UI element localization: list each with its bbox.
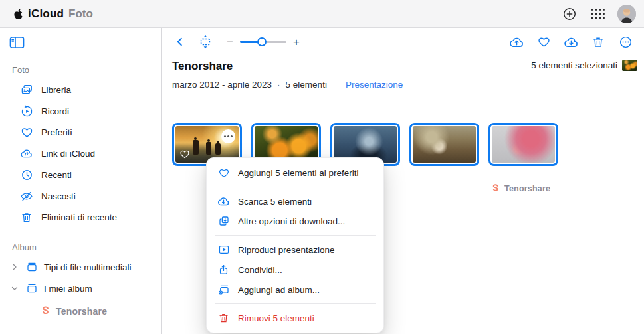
cloud-download-icon xyxy=(564,35,579,49)
download-box-icon xyxy=(217,215,230,228)
menu-item-label: Scarica 5 elementi xyxy=(238,197,312,207)
menu-item-label: Condividi... xyxy=(238,265,282,275)
menu-item-download[interactable]: Scarica 5 elementi xyxy=(207,191,383,211)
cloud-download-icon xyxy=(217,195,230,208)
selection-status: 5 elementi selezionati xyxy=(531,60,637,71)
sidebar-item-label: I miei album xyxy=(44,284,92,293)
chevron-right-icon[interactable] xyxy=(9,262,20,272)
tenorshare-logo-icon xyxy=(40,305,51,317)
upload-button[interactable] xyxy=(508,34,524,50)
menu-item-label: Rimuovi 5 elementi xyxy=(238,313,314,323)
resize-thumbnails-button[interactable] xyxy=(197,34,213,50)
menu-separator xyxy=(215,187,376,187)
menu-item-play-slideshow[interactable]: Riproduci presentazione xyxy=(207,240,383,260)
album-add-icon xyxy=(217,284,230,296)
menu-item-share[interactable]: Condividi... xyxy=(207,260,383,280)
trash-icon xyxy=(20,210,33,224)
main-content: − + xyxy=(163,28,644,334)
sidebar-toggle-button[interactable] xyxy=(9,35,27,50)
heart-overlay-icon[interactable] xyxy=(179,149,190,159)
apple-logo-icon xyxy=(13,8,23,20)
photo-detail xyxy=(193,140,199,155)
sidebar-item-label: Recenti xyxy=(41,170,72,180)
eye-slash-icon xyxy=(20,189,33,203)
brand-title: iCloud xyxy=(28,7,64,21)
top-header: iCloud Foto xyxy=(0,0,644,28)
zoom-in-button[interactable]: + xyxy=(293,37,300,48)
heart-icon xyxy=(537,35,551,48)
favorite-button[interactable] xyxy=(536,34,552,50)
menu-item-label: Aggiungi 5 elementi ai preferiti xyxy=(238,168,359,178)
header-actions xyxy=(562,5,636,23)
icloud-photos-app: iCloud Foto xyxy=(0,0,644,334)
sidebar-item-memories[interactable]: Ricordi xyxy=(8,100,161,122)
menu-item-download-options[interactable]: Altre opzioni di download... xyxy=(207,211,383,231)
content-watermark: Tenorshare xyxy=(490,183,550,193)
album-icon xyxy=(25,282,39,295)
slideshow-link[interactable]: Presentazione xyxy=(346,80,403,90)
toolbar-right xyxy=(508,34,635,50)
sidebar-item-label: Ricordi xyxy=(41,106,69,116)
app-launcher-button[interactable] xyxy=(590,6,605,22)
zoom-control: − + xyxy=(227,37,300,48)
sidebar-item-icloud-links[interactable]: Link di iCloud xyxy=(8,143,161,164)
sidebar-item-recently-deleted[interactable]: Eliminati di recente xyxy=(8,207,161,228)
selection-label: 5 elementi selezionati xyxy=(531,60,617,70)
sidebar-item-recents[interactable]: Recenti xyxy=(8,164,161,185)
watermark-label: Tenorshare xyxy=(504,184,550,193)
sidebar-item-label: Nascosti xyxy=(41,191,76,201)
heart-icon xyxy=(217,167,230,179)
plus-circle-icon xyxy=(562,7,577,21)
sidebar-item-media-types[interactable]: Tipi di file multimediali xyxy=(8,256,161,278)
selection-thumbnail xyxy=(622,60,637,71)
album-date-range: marzo 2012 - aprile 2023 xyxy=(172,80,272,90)
sidebar-item-my-albums[interactable]: I miei album xyxy=(8,278,161,299)
sidebar-item-favorites[interactable]: Preferiti xyxy=(8,122,161,143)
toolbar-left: − + xyxy=(172,34,300,50)
sidebar-section-photos: Foto xyxy=(12,65,161,75)
menu-item-remove[interactable]: Rimuovi 5 elementi xyxy=(207,308,383,328)
photo-thumbnail-4[interactable] xyxy=(409,123,479,166)
trash-icon xyxy=(591,35,605,49)
sidebar-item-hidden[interactable]: Nascosti xyxy=(8,185,161,207)
sidebar-item-library[interactable]: Libreria xyxy=(8,79,161,100)
trash-icon xyxy=(217,312,230,325)
menu-item-add-to-favorites[interactable]: Aggiungi 5 elementi ai preferiti xyxy=(207,163,383,183)
cloud-link-icon xyxy=(20,147,33,160)
app-grid-icon xyxy=(591,8,605,20)
album-subheader: marzo 2012 - aprile 2023 · 5 elementi Pr… xyxy=(172,80,403,90)
menu-item-label: Aggiungi ad album... xyxy=(238,285,320,295)
slider-thumb[interactable] xyxy=(257,37,267,46)
zoom-slider[interactable] xyxy=(240,37,286,46)
chevron-down-icon[interactable] xyxy=(9,283,20,293)
zoom-out-button[interactable]: − xyxy=(227,37,233,48)
photo-thumbnail-5[interactable] xyxy=(488,123,558,166)
sidebar-album-tenorshare[interactable]: Tenorshare xyxy=(40,305,161,317)
brand: iCloud Foto xyxy=(13,7,93,21)
sidebar-toggle-icon xyxy=(9,36,25,49)
play-slideshow-icon xyxy=(217,244,230,256)
heart-icon xyxy=(20,125,33,139)
menu-item-add-to-album[interactable]: Aggiungi ad album... xyxy=(207,280,383,299)
ellipsis-circle-icon xyxy=(619,35,633,49)
sidebar: Foto Libreria Ricordi Preferiti Link di … xyxy=(0,28,162,334)
photo-more-button[interactable] xyxy=(221,129,235,143)
back-button[interactable] xyxy=(172,34,188,50)
sidebar-item-label: Link di iCloud xyxy=(41,149,95,159)
share-icon xyxy=(217,264,230,276)
avatar-memoji-icon xyxy=(617,5,636,23)
delete-button[interactable] xyxy=(590,34,606,50)
sidebar-section-albums: Album xyxy=(12,242,161,252)
sidebar-item-label: Preferiti xyxy=(41,127,72,137)
more-options-button[interactable] xyxy=(617,34,633,50)
content-toolbar: − + xyxy=(163,28,644,56)
user-avatar[interactable] xyxy=(617,5,636,23)
clock-icon xyxy=(20,168,33,181)
sidebar-item-label: Tipi di file multimediali xyxy=(44,262,132,272)
download-button[interactable] xyxy=(563,34,579,50)
photo-image xyxy=(492,126,555,163)
tenorshare-logo-icon xyxy=(490,183,500,193)
menu-item-label: Riproduci presentazione xyxy=(238,245,335,255)
cloud-upload-icon xyxy=(509,35,524,49)
add-button[interactable] xyxy=(562,6,578,22)
